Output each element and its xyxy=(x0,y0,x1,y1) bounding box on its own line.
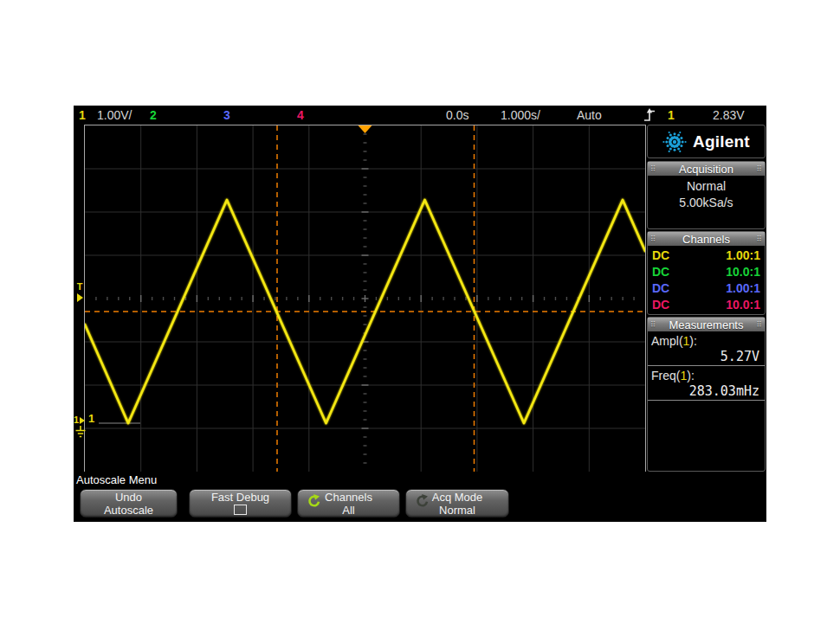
delay-readout[interactable]: 0.0s xyxy=(446,108,468,122)
channels-title: Channels xyxy=(656,233,757,246)
acquisition-header[interactable]: ⠿ Acquisition ⠿ xyxy=(648,162,765,176)
channels-section: ⠿ Channels ⠿ DC 1.00:1 DC 10.0:1 DC 1.00… xyxy=(647,231,766,315)
acquisition-mode: Normal xyxy=(648,178,765,195)
channel-row-2[interactable]: DC 10.0:1 xyxy=(648,264,765,280)
status-bar: 1 1.00V/ 2 3 4 0.0s 1.000s/ Auto 1 2.83V xyxy=(74,106,766,125)
ch1-ground-label: 1 xyxy=(88,412,94,425)
undo-autoscale-button[interactable]: Undo Autoscale xyxy=(80,489,178,518)
ch1-indicator[interactable]: 1 xyxy=(79,108,86,122)
trigger-level-arrow-icon xyxy=(77,293,83,302)
brand-panel: Agilent xyxy=(647,125,766,158)
brand-name: Agilent xyxy=(693,132,750,151)
grip-icon: ⠿ xyxy=(756,165,762,173)
measurement-label-ampl: Ampl(1): xyxy=(648,331,765,348)
channel-row-1[interactable]: DC 1.00:1 xyxy=(648,248,765,264)
fast-debug-checkbox[interactable] xyxy=(234,505,247,515)
ch3-indicator[interactable]: 3 xyxy=(223,108,230,122)
waveform-display[interactable]: 1 xyxy=(84,125,646,472)
fast-debug-button[interactable]: Fast Debug xyxy=(189,489,292,518)
graticule-and-trace xyxy=(85,125,645,472)
ch3-coupling: DC xyxy=(652,280,669,297)
acquisition-title: Acquisition xyxy=(656,163,757,176)
trigger-level-marker[interactable]: T xyxy=(75,282,84,304)
channel-row-4[interactable]: DC 10.0:1 xyxy=(648,297,765,313)
timebase-readout[interactable]: 1.000s/ xyxy=(501,108,540,122)
softkey-menu: Autoscale Menu Undo Autoscale Fast Debug… xyxy=(74,472,766,522)
channel-row-3[interactable]: DC 1.00:1 xyxy=(648,280,765,297)
ch1-marker-arrow-icon xyxy=(80,417,85,424)
ch4-probe-ratio: 10.0:1 xyxy=(726,297,760,313)
channels-header[interactable]: ⠿ Channels ⠿ xyxy=(648,232,765,246)
measurements-title: Measurements xyxy=(656,318,757,331)
cycle-icon xyxy=(307,494,320,511)
ch1-probe-ratio: 1.00:1 xyxy=(726,248,760,264)
ch1-position-marker[interactable]: 1 xyxy=(74,415,86,438)
ch4-indicator[interactable]: 4 xyxy=(297,108,304,122)
menu-title: Autoscale Menu xyxy=(76,473,157,486)
ch4-coupling: DC xyxy=(652,297,669,313)
acquisition-section: ⠿ Acquisition ⠿ Normal 5.00kSa/s xyxy=(647,161,766,229)
measurements-section: ⠿ Measurements ⠿ Ampl(1): 5.27V Freq(1):… xyxy=(647,317,766,472)
trigger-source[interactable]: 1 xyxy=(668,108,675,122)
trigger-time-reference-marker[interactable] xyxy=(359,125,372,133)
grip-icon: ⠿ xyxy=(650,321,656,329)
channels-all-button[interactable]: Channels All xyxy=(297,489,400,518)
measurement-value-ampl: 5.27V xyxy=(648,348,765,366)
grip-icon: ⠿ xyxy=(756,235,762,243)
ch2-indicator[interactable]: 2 xyxy=(150,108,157,122)
grip-icon: ⠿ xyxy=(650,165,656,173)
cycle-icon-disabled xyxy=(415,494,429,511)
measurement-value-freq: 283.03mHz xyxy=(648,382,765,401)
grip-icon: ⠿ xyxy=(650,235,656,243)
ch1-marker-number: 1 xyxy=(74,415,79,425)
ch3-probe-ratio: 1.00:1 xyxy=(726,280,760,297)
trigger-level-readout[interactable]: 2.83V xyxy=(713,108,745,122)
trigger-level-letter: T xyxy=(77,281,83,292)
acq-mode-button[interactable]: Acq Mode Normal xyxy=(405,489,509,518)
agilent-spark-icon xyxy=(662,130,687,154)
measurement-label-freq: Freq(1): xyxy=(648,366,765,382)
trigger-mode[interactable]: Auto xyxy=(577,108,602,122)
sidebar: Agilent ⠿ Acquisition ⠿ Normal 5.00kSa/s… xyxy=(647,125,766,472)
oscilloscope-screen: 1 1.00V/ 2 3 4 0.0s 1.000s/ Auto 1 2.83V… xyxy=(74,106,766,522)
sample-rate: 5.00kSa/s xyxy=(648,195,765,211)
ground-symbol-icon xyxy=(75,426,86,438)
ch1-coupling: DC xyxy=(652,248,669,264)
ch2-probe-ratio: 10.0:1 xyxy=(726,264,760,280)
rising-edge-trigger-icon xyxy=(643,108,656,125)
ch2-coupling: DC xyxy=(652,264,669,280)
measurements-header[interactable]: ⠿ Measurements ⠿ xyxy=(648,318,765,331)
ch1-scale[interactable]: 1.00V/ xyxy=(97,108,132,122)
grip-icon: ⠿ xyxy=(756,321,762,329)
